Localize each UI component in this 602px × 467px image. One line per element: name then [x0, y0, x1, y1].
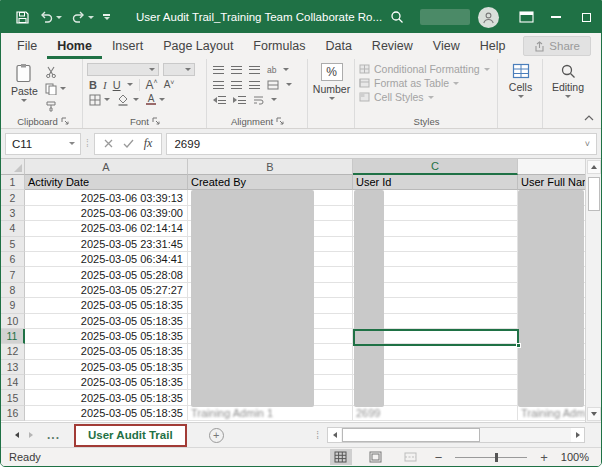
ribbon-tab-home[interactable]: Home [47, 33, 102, 59]
save-icon[interactable] [15, 10, 30, 25]
scroll-left-icon[interactable] [328, 428, 341, 442]
new-sheet-icon[interactable]: + [209, 428, 224, 443]
row-header-10[interactable]: 10 [1, 314, 25, 329]
merge-center-icon[interactable] [267, 80, 279, 90]
ribbon-tab-insert[interactable]: Insert [102, 33, 153, 59]
ribbon-tab-review[interactable]: Review [362, 33, 423, 59]
shrink-font-button[interactable]: A˅ [164, 79, 175, 90]
cells-button[interactable]: Cells [505, 62, 536, 99]
wrap-text-dropdown-icon[interactable] [271, 98, 277, 101]
more-sheets-icon[interactable]: ... [47, 428, 60, 442]
column-header-a[interactable]: A [25, 159, 188, 175]
sheet-tab-user-audit-trail[interactable]: User Audit Trail [88, 429, 173, 441]
editing-dropdown-icon[interactable] [565, 95, 571, 98]
row-header-15[interactable]: 15 [1, 390, 25, 405]
row-header-9[interactable]: 9 [1, 298, 25, 313]
insert-function-icon[interactable]: fx [144, 136, 153, 151]
cell-A15[interactable]: 2025-03-05 05:18:35 [25, 390, 188, 405]
cell-C1[interactable]: User Id [353, 175, 518, 190]
zoom-slider-thumb[interactable] [495, 453, 498, 462]
cells-dropdown-icon[interactable] [518, 95, 524, 98]
normal-view-icon[interactable] [330, 449, 352, 465]
cell-A16[interactable]: 2025-03-05 05:18:35 [25, 406, 188, 421]
zoom-slider[interactable] [455, 457, 527, 458]
ribbon-display-options-icon[interactable] [511, 1, 541, 33]
cell-A6[interactable]: 2025-03-05 06:34:41 [25, 252, 188, 267]
row-header-6[interactable]: 6 [1, 252, 25, 267]
number-format-button[interactable]: % Number [309, 62, 354, 101]
undo-dropdown-icon[interactable] [56, 16, 62, 19]
row-header-16[interactable]: 16 [1, 406, 25, 421]
scroll-up-icon[interactable] [587, 160, 601, 174]
cell-A4[interactable]: 2025-03-06 02:14:14 [25, 221, 188, 236]
grow-font-button[interactable]: A˄ [146, 78, 158, 92]
horizontal-scrollbar-thumb[interactable] [342, 428, 480, 442]
account-avatar[interactable] [478, 7, 499, 28]
borders-button[interactable] [89, 92, 110, 107]
next-sheet-icon[interactable] [29, 432, 33, 438]
column-header-c[interactable]: C [353, 159, 518, 175]
underline-button[interactable]: U [113, 79, 121, 91]
cell-A8[interactable]: 2025-03-05 05:27:27 [25, 283, 188, 298]
cell-A13[interactable]: 2025-03-05 05:18:35 [25, 360, 188, 375]
previous-sheet-icon[interactable] [15, 432, 19, 438]
paste-button[interactable]: Paste [7, 62, 42, 113]
row-header-14[interactable]: 14 [1, 375, 25, 390]
row-header-1[interactable]: 1 [1, 175, 25, 190]
ribbon-tab-formulas[interactable]: Formulas [243, 33, 315, 59]
ribbon-tab-file[interactable]: File [7, 33, 47, 59]
redo-dropdown-icon[interactable] [88, 16, 94, 19]
merge-center-dropdown-icon[interactable] [286, 83, 292, 86]
row-header-2[interactable]: 2 [1, 190, 25, 205]
font-dialog-launcher[interactable] [152, 117, 160, 125]
cell-A1[interactable]: Activity Date [25, 175, 188, 190]
orientation-icon[interactable]: ab [267, 65, 276, 75]
ribbon-tab-view[interactable]: View [423, 33, 470, 59]
cell-A9[interactable]: 2025-03-05 05:18:35 [25, 298, 188, 313]
cell-A12[interactable]: 2025-03-05 05:18:35 [25, 344, 188, 359]
cut-button[interactable] [45, 64, 66, 79]
increase-indent-icon[interactable] [233, 92, 246, 107]
collapse-ribbon-icon[interactable] [584, 107, 594, 125]
cell-A11[interactable]: 2025-03-05 05:18:35 [25, 329, 188, 344]
select-all-corner[interactable] [1, 159, 25, 175]
ribbon-tab-data[interactable]: Data [315, 33, 361, 59]
vertical-scrollbar-thumb[interactable] [588, 177, 600, 211]
row-header-12[interactable]: 12 [1, 344, 25, 359]
cell-A2[interactable]: 2025-03-06 03:39:13 [25, 190, 188, 205]
borders-dropdown-icon[interactable] [104, 98, 110, 101]
enter-icon[interactable] [123, 139, 134, 148]
italic-button[interactable]: I [103, 79, 107, 91]
horizontal-scrollbar[interactable] [327, 427, 585, 443]
cell-A10[interactable]: 2025-03-05 05:18:35 [25, 314, 188, 329]
row-header-11[interactable]: 11 [1, 329, 25, 344]
row-header-8[interactable]: 8 [1, 283, 25, 298]
formula-bar-expand-icon[interactable]: ˅ [585, 139, 590, 149]
wrap-text-icon[interactable] [253, 95, 264, 105]
row-header-13[interactable]: 13 [1, 360, 25, 375]
customize-quick-access-toolbar-button[interactable] [103, 14, 110, 20]
align-bottom-icon[interactable] [249, 66, 260, 74]
cell-C16[interactable]: 2699 [353, 406, 518, 421]
clipboard-dialog-launcher[interactable] [61, 117, 69, 125]
minimize-button[interactable] [541, 1, 571, 33]
vertical-scrollbar[interactable] [585, 159, 601, 422]
scroll-right-icon[interactable] [571, 428, 584, 442]
zoom-in-icon[interactable]: + [540, 450, 548, 465]
number-dropdown-icon[interactable] [329, 97, 335, 100]
decrease-indent-icon[interactable] [213, 92, 226, 107]
row-header-7[interactable]: 7 [1, 267, 25, 282]
cell-B1[interactable]: Created By [188, 175, 353, 190]
cell-A7[interactable]: 2025-03-05 05:28:08 [25, 267, 188, 282]
align-right-icon[interactable] [249, 81, 260, 89]
align-top-icon[interactable] [213, 66, 224, 74]
zoom-level[interactable]: 100% [561, 451, 589, 463]
formula-input[interactable]: 2699 ˅ [166, 133, 597, 155]
align-center-icon[interactable] [231, 81, 242, 89]
alignment-dialog-launcher[interactable] [276, 117, 284, 125]
page-break-preview-icon[interactable] [400, 449, 422, 465]
underline-dropdown-icon[interactable] [127, 83, 133, 86]
align-left-icon[interactable] [213, 81, 224, 89]
font-color-button[interactable]: A [146, 92, 165, 107]
editing-button[interactable]: Editing [548, 62, 588, 99]
